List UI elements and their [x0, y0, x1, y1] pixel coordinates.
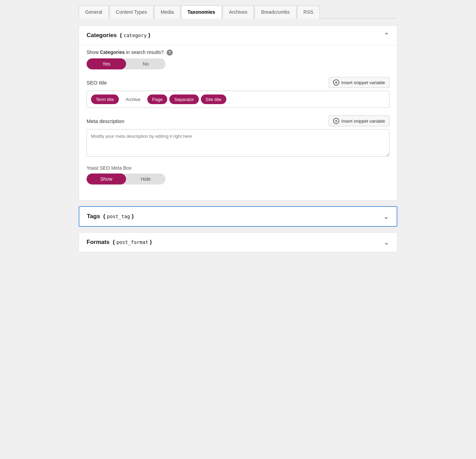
- tab-content-types[interactable]: Content Types: [110, 5, 154, 19]
- meta-insert-snippet-btn[interactable]: + Insert snippet variable: [329, 115, 389, 126]
- meta-desc-label: Meta description: [87, 118, 124, 124]
- meta-desc-row: Meta description + Insert snippet variab…: [87, 115, 389, 126]
- meta-desc-textarea[interactable]: [87, 129, 389, 157]
- categories-section: Categories ( category ) ⌃ Show Categorie…: [79, 25, 397, 201]
- tags-header[interactable]: Tags ( post_tag ) ⌄: [79, 207, 397, 226]
- page-wrapper: General Content Types Media Taxonomies A…: [73, 0, 403, 263]
- tab-general[interactable]: General: [79, 5, 109, 19]
- yoast-hide-btn[interactable]: Hide: [126, 173, 166, 184]
- seo-insert-snippet-label: Insert snippet variable: [341, 80, 385, 85]
- formats-title: Formats ( post_format ): [87, 239, 152, 246]
- tab-media[interactable]: Media: [154, 5, 180, 19]
- seo-plus-icon: +: [333, 79, 339, 86]
- yoast-meta-field: Yoast SEO Meta Box Show Hide: [87, 165, 389, 184]
- tab-archives[interactable]: Archives: [223, 5, 254, 19]
- tab-bar: General Content Types Media Taxonomies A…: [79, 5, 397, 19]
- meta-insert-snippet-label: Insert snippet variable: [341, 119, 385, 124]
- seo-title-input[interactable]: Term title Archive Page Separator Site t…: [87, 91, 389, 108]
- tag-term-title[interactable]: Term title: [91, 94, 119, 104]
- seo-title-label: SEO title: [87, 80, 107, 86]
- tab-rss[interactable]: RSS: [297, 5, 320, 19]
- categories-header[interactable]: Categories ( category ) ⌃: [79, 26, 397, 45]
- seo-insert-snippet-btn[interactable]: + Insert snippet variable: [329, 77, 389, 88]
- search-results-yes-btn[interactable]: Yes: [87, 58, 126, 69]
- search-results-label: Show Categories in search results? ?: [87, 49, 389, 56]
- tag-separator[interactable]: Separator: [169, 94, 199, 104]
- search-results-toggle: Yes No: [87, 58, 166, 69]
- meta-desc-field: Meta description + Insert snippet variab…: [87, 115, 389, 158]
- tags-title: Tags ( post_tag ): [87, 213, 134, 220]
- tab-breadcrumbs[interactable]: Breadcrumbs: [254, 5, 296, 19]
- meta-plus-icon: +: [333, 118, 339, 124]
- categories-chevron: ⌃: [384, 32, 389, 39]
- categories-body: Show Categories in search results? ? Yes…: [79, 45, 397, 200]
- formats-chevron: ⌄: [384, 239, 389, 246]
- formats-section: Formats ( post_format ) ⌄: [79, 232, 397, 252]
- help-icon[interactable]: ?: [167, 49, 173, 56]
- formats-header[interactable]: Formats ( post_format ) ⌄: [79, 233, 397, 252]
- categories-title: Categories ( category ): [87, 32, 150, 39]
- seo-title-row: SEO title + Insert snippet variable: [87, 77, 389, 88]
- tag-page[interactable]: Page: [147, 94, 167, 104]
- search-results-field: Show Categories in search results? ? Yes…: [87, 49, 389, 69]
- yoast-meta-label: Yoast SEO Meta Box: [87, 165, 389, 171]
- yoast-show-btn[interactable]: Show: [87, 173, 126, 184]
- tab-taxonomies[interactable]: Taxonomies: [181, 5, 222, 19]
- tags-section: Tags ( post_tag ) ⌄: [79, 206, 397, 227]
- tag-archive: Archive: [121, 94, 145, 104]
- search-results-no-btn[interactable]: No: [126, 58, 166, 69]
- yoast-meta-toggle: Show Hide: [87, 173, 166, 184]
- tags-chevron: ⌄: [383, 213, 389, 220]
- seo-title-field: SEO title + Insert snippet variable Term…: [87, 77, 389, 108]
- tag-site-title[interactable]: Site title: [201, 94, 226, 104]
